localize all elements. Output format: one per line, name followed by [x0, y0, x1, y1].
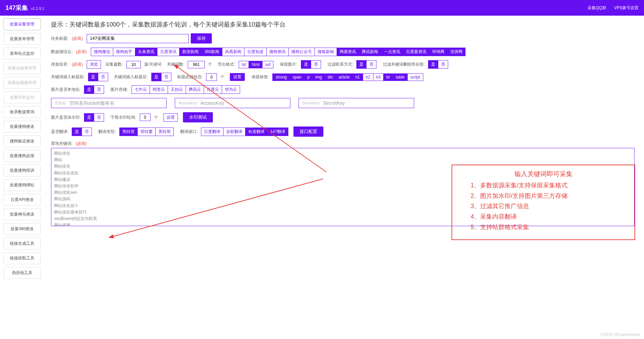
- source-tag-14[interactable]: 百度最资讯: [403, 48, 429, 56]
- transapi-tag-0[interactable]: 百度翻译: [201, 128, 223, 136]
- keeptag-6[interactable]: h1: [352, 73, 363, 81]
- fmt-tag-0[interactable]: txt: [239, 61, 249, 68]
- keepimg-opt-1[interactable]: 否: [311, 60, 321, 69]
- keeptag-4[interactable]: div: [325, 73, 336, 81]
- source-tag-6[interactable]: 凤凰新闻: [222, 48, 244, 56]
- wm-opt-0[interactable]: 是: [84, 113, 94, 122]
- before-opt-0[interactable]: 是: [88, 73, 98, 81]
- rot-input[interactable]: [140, 114, 151, 121]
- sidebar-item-2[interactable]: 发布站点监控: [3, 48, 41, 60]
- contact-opt-0[interactable]: 是: [356, 60, 367, 69]
- transapi-tag-3[interactable]: 147翻译: [267, 128, 288, 136]
- link-vps[interactable]: VPS拨号设置: [614, 5, 639, 10]
- keeptag-9[interactable]: br: [383, 73, 393, 81]
- keeptag-7[interactable]: h2: [363, 73, 373, 81]
- source-tag-4[interactable]: 新浪新闻: [179, 48, 202, 56]
- source-tag-15[interactable]: 环球网: [429, 48, 447, 56]
- sidebar-item-6[interactable]: 收录数据查询: [3, 106, 41, 118]
- sidebar-item-7[interactable]: 批量搜狗推送: [3, 121, 41, 133]
- task-req: (必填): [72, 36, 83, 41]
- source-tag-5[interactable]: 360新闻: [201, 48, 222, 56]
- rot-set-button[interactable]: 设置: [164, 113, 178, 122]
- row-task: 任务标题: (必填) 保存: [51, 33, 637, 44]
- keeptag-11[interactable]: script: [407, 73, 423, 81]
- keeptag-2[interactable]: p: [304, 73, 313, 81]
- sk-input[interactable]: [323, 100, 410, 106]
- sidebar-item-0[interactable]: 批量采集管理: [3, 18, 41, 30]
- browse-button[interactable]: 浏览: [87, 60, 101, 69]
- query-textarea[interactable]: [51, 148, 634, 226]
- transtype-label: 翻译类型:: [98, 129, 116, 135]
- source-tag-0[interactable]: 搜狗微信: [91, 48, 113, 56]
- source-tag-13[interactable]: 一点资讯: [381, 48, 403, 56]
- imgstore-tag-0[interactable]: 七牛云: [132, 85, 150, 94]
- imglocal-opt-0[interactable]: 是: [84, 85, 94, 94]
- task-title-input[interactable]: [87, 34, 189, 43]
- trans-cfg-button[interactable]: 接口配置: [293, 126, 323, 137]
- source-tag-3[interactable]: 百度资讯: [157, 48, 180, 56]
- keeptag-label: 保留标签:: [252, 74, 269, 80]
- wm-opt-1[interactable]: 否: [94, 113, 104, 122]
- trans-label: 是否翻译:: [51, 129, 68, 135]
- transapi-tagset: 百度翻译谷歌翻译有道翻译147翻译: [201, 128, 288, 136]
- count-input[interactable]: [126, 61, 141, 68]
- sidebar-item-14[interactable]: 批量360推送: [3, 223, 41, 235]
- source-tag-9[interactable]: 搜狗公众号: [288, 48, 315, 56]
- keepimg-opt-0[interactable]: 是: [301, 60, 311, 69]
- source-tag-7[interactable]: 百度知道: [244, 48, 267, 56]
- imgstore-tag-5[interactable]: 华为云: [222, 85, 240, 94]
- imglocal-opt-1[interactable]: 否: [94, 85, 104, 94]
- sidebar-item-12[interactable]: 百度API推送: [3, 194, 41, 206]
- transapi-tag-2[interactable]: 有道翻译: [245, 128, 268, 136]
- sidebar-item-1[interactable]: 批量发布管理: [3, 33, 41, 45]
- sidebar-item-17[interactable]: 伪原创工具: [3, 267, 41, 279]
- must-set-button[interactable]: 设置: [230, 73, 245, 81]
- sidebar-item-13[interactable]: 批量神马推送: [3, 208, 41, 220]
- keeptag-0[interactable]: strong: [272, 73, 290, 81]
- transapi-tag-1[interactable]: 谷歌翻译: [223, 128, 245, 136]
- source-tag-16[interactable]: 澎湃网: [447, 48, 465, 56]
- must-input[interactable]: [206, 73, 217, 81]
- transtype-tag-1[interactable]: 简转繁: [137, 128, 156, 136]
- filterkw-opt-0[interactable]: 是: [428, 60, 438, 69]
- save-button[interactable]: 保存: [191, 33, 212, 44]
- imgstore-tag-2[interactable]: 又拍云: [168, 85, 186, 94]
- sidebar-item-10[interactable]: 批量搜狗投诉: [3, 165, 41, 176]
- source-tag-2[interactable]: 头条资讯: [135, 48, 157, 56]
- space-input[interactable]: [69, 100, 163, 106]
- brand: 147采集 v1.2.9.1: [5, 4, 44, 12]
- fmt-tag-1[interactable]: html: [249, 61, 262, 68]
- ak-input[interactable]: [200, 100, 287, 106]
- keeptag-3[interactable]: img: [312, 73, 325, 81]
- imgstore-tag-1[interactable]: 阿里云: [150, 85, 168, 94]
- keeptag-8[interactable]: h3: [373, 73, 384, 81]
- wm-test-button[interactable]: 水印测试: [183, 112, 213, 122]
- after-opt-1[interactable]: 否: [161, 73, 171, 81]
- before-opt-1[interactable]: 否: [98, 73, 108, 81]
- contact-opt-1[interactable]: 否: [366, 60, 376, 69]
- fmt-tag-2[interactable]: xxf: [262, 61, 273, 68]
- source-tag-10[interactable]: 搜狐新闻: [315, 48, 337, 56]
- trans-opt-1[interactable]: 否: [82, 128, 92, 136]
- imgstore-tag-3[interactable]: 腾讯云: [186, 85, 204, 94]
- sidebar-item-9[interactable]: 批量搜狗反馈: [3, 150, 41, 162]
- trans-opt-0[interactable]: 是: [72, 128, 82, 136]
- transtype-tag-0[interactable]: 简转英: [119, 128, 138, 136]
- sidebar-item-15[interactable]: 链接生成工具: [3, 238, 41, 250]
- keeptag-5[interactable]: article: [336, 73, 353, 81]
- source-tag-12[interactable]: 腾讯新闻: [359, 48, 381, 56]
- sidebar-item-8[interactable]: 搜狗验证推送: [3, 135, 41, 147]
- source-tag-1[interactable]: 搜狗知乎: [113, 48, 135, 56]
- kw-input[interactable]: [188, 61, 205, 68]
- imgstore-tag-4[interactable]: 百度云: [204, 85, 222, 94]
- after-opt-0[interactable]: 是: [151, 73, 162, 81]
- sidebar-item-16[interactable]: 链接抓取工具: [3, 252, 41, 264]
- transtype-tag-2[interactable]: 英转简: [155, 128, 174, 136]
- keeptag-10[interactable]: table: [393, 73, 408, 81]
- keeptag-1[interactable]: span: [290, 73, 305, 81]
- sidebar-item-11[interactable]: 批量搜狗绑站: [3, 179, 41, 191]
- filterkw-opt-1[interactable]: 否: [438, 60, 448, 69]
- source-tag-11[interactable]: 网易资讯: [337, 48, 359, 56]
- source-tag-8[interactable]: 搜狗资讯: [266, 48, 289, 56]
- link-qq[interactable]: 采集QQ群: [588, 5, 606, 10]
